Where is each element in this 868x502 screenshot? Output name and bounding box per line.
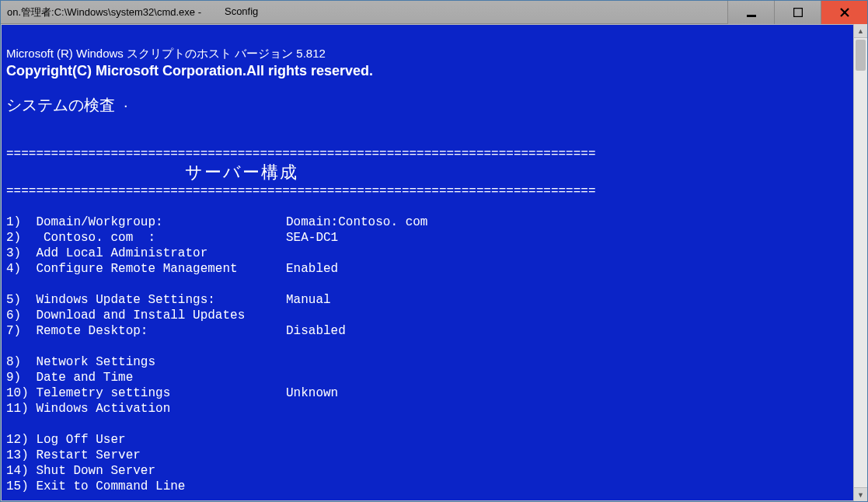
menu-item: 8) Network Settings — [6, 354, 849, 370]
scroll-thumb[interactable] — [856, 40, 866, 71]
menu-item: 11) Windows Activation — [6, 401, 849, 417]
svg-rect-0 — [747, 15, 756, 17]
blank-row — [6, 339, 849, 354]
menu-item: 12) Log Off User — [6, 432, 849, 448]
menu-label: 14) Shut Down Server — [6, 463, 286, 479]
menu-item: 14) Shut Down Server — [6, 463, 849, 479]
rule-top: ========================================… — [6, 147, 596, 161]
menu-item: 5) Windows Update Settings:Manual — [6, 292, 849, 308]
menu-value: Unknown — [286, 385, 338, 401]
menu-label: 15) Exit to Command Line — [6, 479, 286, 494]
menu-value: Disabled — [286, 323, 346, 339]
svg-rect-1 — [793, 8, 803, 17]
menu-label: 13) Restart Server — [6, 448, 286, 463]
titlebar[interactable]: on.管理者:C:\Windows\system32\cmd.exe - Sco… — [1, 1, 867, 24]
menu-item: 13) Restart Server — [6, 448, 849, 463]
menu-item: 4) Configure Remote ManagementEnabled — [6, 261, 849, 277]
vertical-scrollbar[interactable]: ▲ ▼ — [853, 24, 867, 501]
title-app: Sconfig — [225, 5, 258, 19]
maximize-button[interactable] — [774, 1, 821, 24]
menu-label: 10) Telemetry settings — [6, 385, 286, 401]
close-button[interactable] — [821, 1, 867, 24]
menu-label: 2) Contoso. com : — [6, 230, 286, 246]
cmd-window: on.管理者:C:\Windows\system32\cmd.exe - Sco… — [0, 0, 868, 502]
menu-item: 3) Add Local Administrator — [6, 246, 849, 261]
menu-item: 9) Date and Time — [6, 370, 849, 385]
blank-row — [6, 277, 849, 292]
minimize-icon — [747, 8, 756, 17]
script-host-line: Microsoft (R) Windows スクリプトのホスト バージョン 5.… — [6, 47, 326, 60]
menu-label: 12) Log Off User — [6, 432, 286, 448]
menu-label: 3) Add Local Administrator — [6, 246, 286, 261]
maximize-icon — [793, 8, 803, 17]
close-icon — [840, 8, 849, 17]
console-area[interactable]: Microsoft (R) Windows スクリプトのホスト バージョン 5.… — [1, 24, 853, 501]
scroll-down-arrow-icon[interactable]: ▼ — [854, 487, 867, 501]
menu-value: SEA-DC1 — [286, 230, 338, 246]
menu-label: 9) Date and Time — [6, 370, 286, 385]
menu-item: 1) Domain/Workgroup:Domain:Contoso. com — [6, 214, 849, 230]
menu-list: 1) Domain/Workgroup:Domain:Contoso. com2… — [6, 214, 849, 494]
window-title: on.管理者:C:\Windows\system32\cmd.exe - Sco… — [1, 5, 727, 19]
menu-label: 4) Configure Remote Management — [6, 261, 286, 277]
rule-bottom: ========================================… — [6, 184, 596, 198]
window-controls — [727, 1, 867, 23]
menu-item: 6) Download and Install Updates — [6, 308, 849, 323]
section-title: サーバー構成 — [185, 162, 298, 182]
scroll-track[interactable] — [854, 38, 867, 487]
title-path: on.管理者:C:\Windows\system32\cmd.exe - — [7, 5, 201, 19]
menu-item: 7) Remote Desktop:Disabled — [6, 323, 849, 339]
minimize-button[interactable] — [727, 1, 774, 24]
menu-item: 10) Telemetry settingsUnknown — [6, 385, 849, 401]
menu-label: 7) Remote Desktop: — [6, 323, 286, 339]
scroll-up-arrow-icon[interactable]: ▲ — [854, 24, 867, 38]
menu-label: 5) Windows Update Settings: — [6, 292, 286, 308]
blank-row — [6, 417, 849, 432]
menu-label: 11) Windows Activation — [6, 401, 286, 417]
menu-value: Manual — [286, 292, 331, 308]
menu-item: 2) Contoso. com :SEA-DC1 — [6, 230, 849, 246]
menu-value: Domain:Contoso. com — [286, 214, 427, 230]
menu-item: 15) Exit to Command Line — [6, 479, 849, 494]
menu-label: 6) Download and Install Updates — [6, 308, 286, 323]
system-check-line: システムの検査 · — [6, 96, 128, 113]
copyright-line: Copyright(C) Microsoft Corporation.All r… — [6, 63, 373, 78]
menu-value: Enabled — [286, 261, 338, 277]
window-body: Microsoft (R) Windows スクリプトのホスト バージョン 5.… — [1, 24, 867, 501]
menu-label: 8) Network Settings — [6, 354, 286, 370]
menu-label: 1) Domain/Workgroup: — [6, 214, 286, 230]
